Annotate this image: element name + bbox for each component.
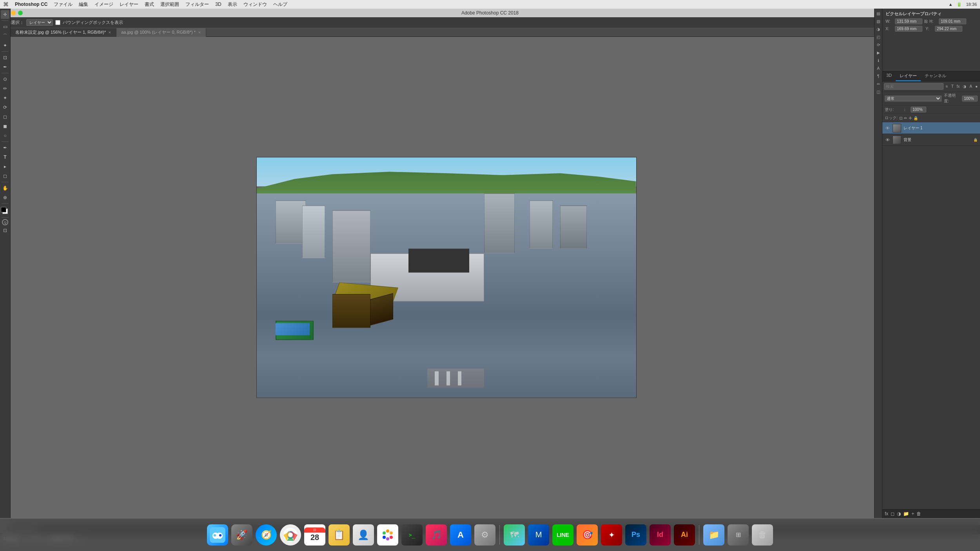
dock-contacts-icon[interactable]: 👤	[352, 524, 375, 546]
menu-edit[interactable]: 編集	[79, 1, 88, 8]
tab-2-close[interactable]: ✕	[198, 31, 201, 34]
dock-maps-icon[interactable]: 🗺	[503, 524, 526, 546]
layer-fx-button[interactable]: fx	[885, 511, 888, 517]
opacity-input[interactable]	[962, 96, 978, 102]
background-layer-visibility-icon[interactable]: 👁	[885, 137, 890, 143]
delete-layer-button[interactable]: 🗑	[916, 511, 921, 517]
marquee-tool[interactable]: ▭	[1, 22, 9, 31]
tab-1-close[interactable]: ✕	[108, 31, 111, 34]
menu-layer[interactable]: レイヤー	[120, 1, 138, 8]
menu-filter[interactable]: フィルター	[185, 1, 209, 8]
dock-rocket-icon[interactable]: 🚀	[230, 524, 253, 546]
dock-safari-icon[interactable]: 🧭	[255, 524, 278, 546]
eyedropper-tool[interactable]: ✒	[1, 63, 9, 71]
lock-transparent-icon[interactable]: ⊡	[899, 116, 902, 120]
hand-tool[interactable]: ✋	[1, 184, 9, 192]
maximize-button[interactable]	[18, 11, 23, 15]
dock-id-icon[interactable]: Id	[649, 524, 671, 546]
dock-line-icon[interactable]: LINE	[552, 524, 574, 546]
quick-mask-btn[interactable]: Q	[2, 219, 8, 225]
move-tool[interactable]: ✛	[1, 10, 9, 19]
history-panel-icon[interactable]: ⟳	[875, 42, 882, 48]
menu-help[interactable]: ヘルプ	[273, 1, 287, 8]
menu-file[interactable]: ファイル	[54, 1, 73, 8]
actions-icon[interactable]: ▶	[875, 49, 882, 56]
filter-attr-icon[interactable]: A	[969, 83, 973, 89]
menu-3d[interactable]: 3D	[215, 2, 221, 7]
dock-ps-icon[interactable]: Ps	[624, 524, 647, 546]
menu-text[interactable]: 書式	[145, 1, 154, 8]
heal-tool[interactable]: ⊙	[1, 75, 9, 83]
x-input[interactable]	[895, 26, 922, 32]
layer-item-background[interactable]: 👁 背景 🔒	[882, 134, 980, 146]
swatches-icon[interactable]: ▨	[875, 18, 882, 24]
dock-syspref-icon[interactable]: ⚙	[474, 524, 496, 546]
adjustments-icon[interactable]: ◑	[875, 26, 882, 32]
link-icon[interactable]: ⛓	[924, 19, 928, 24]
dock-trash-icon[interactable]: 🗑	[751, 524, 774, 546]
dodge-tool[interactable]: ○	[1, 131, 9, 140]
minimize-button[interactable]	[11, 11, 16, 15]
stamp-tool[interactable]: ✦	[1, 94, 9, 102]
blend-mode-dropdown[interactable]: 通常 乗算 スクリーン	[885, 96, 942, 102]
width-input[interactable]	[895, 18, 922, 24]
dock-folder-icon[interactable]: 📁	[702, 524, 725, 546]
dock-terminal-icon[interactable]: >_	[401, 524, 423, 546]
menu-view[interactable]: 表示	[228, 1, 237, 8]
path-select-tool[interactable]: ▸	[1, 162, 9, 171]
menu-image[interactable]: イメージ	[94, 1, 113, 8]
layer-search-input[interactable]	[884, 83, 944, 90]
dock-unknown1-icon[interactable]: M	[527, 524, 550, 546]
tab-3d[interactable]: 3D	[882, 71, 896, 81]
filter-name-icon[interactable]: T	[950, 83, 954, 89]
styles-icon[interactable]: ◰	[875, 34, 882, 40]
dock-finder-icon[interactable]	[206, 524, 229, 546]
zoom-tool[interactable]: ⊕	[1, 193, 9, 202]
menu-window[interactable]: ウィンドウ	[243, 1, 267, 8]
dock-thumbnails-icon[interactable]: ⊞	[727, 524, 750, 546]
tab-document-1[interactable]: 名称未設定.jpg @ 156% (レイヤー 1, RGB/8#)* ✕	[11, 28, 116, 37]
screen-mode-btn[interactable]: ⊡	[1, 226, 9, 235]
menu-select[interactable]: 選択範囲	[160, 1, 179, 8]
wand-tool[interactable]: ✦	[1, 41, 9, 50]
layer-item-1[interactable]: 👁 レイヤー 1	[882, 122, 980, 134]
apple-logo-icon[interactable]: ⌘	[3, 1, 9, 7]
foreground-color-swatch[interactable]	[1, 207, 6, 212]
layer-mask-button[interactable]: ◻	[891, 511, 895, 517]
dock-ai-icon[interactable]: Ai	[673, 524, 696, 546]
bounding-box-checkbox[interactable]	[55, 20, 60, 25]
tab-layers[interactable]: レイヤー	[896, 71, 921, 81]
layer-group-button[interactable]: 📁	[903, 511, 909, 517]
auto-select-dropdown[interactable]: レイヤー グループ	[26, 19, 53, 26]
filter-effect-icon[interactable]: fx	[956, 83, 961, 89]
lock-move-icon[interactable]: ✛	[909, 116, 912, 120]
lock-paint-icon[interactable]: ✏	[904, 116, 907, 120]
filter-kind-icon[interactable]: ≡	[945, 83, 949, 89]
y-input[interactable]	[935, 26, 962, 32]
character-icon[interactable]: A	[875, 65, 882, 71]
shape-tool[interactable]: ◻	[1, 172, 9, 180]
clone-source-icon[interactable]: ◫	[875, 89, 882, 95]
filter-mode-icon[interactable]: ◑	[962, 83, 967, 89]
history-tool[interactable]: ⟳	[1, 103, 9, 112]
properties-panel-icon[interactable]: ▤	[875, 10, 882, 16]
brush-tool[interactable]: ✏	[1, 84, 9, 93]
lasso-tool[interactable]: ⌒	[1, 32, 9, 40]
filter-color-icon[interactable]: ●	[975, 83, 978, 89]
dock-slides-icon[interactable]: 🎯	[576, 524, 599, 546]
gradient-tool[interactable]: ◼	[1, 122, 9, 130]
layer-adjustment-button[interactable]: ◑	[897, 511, 901, 517]
dock-unknown2-icon[interactable]: ✦	[600, 524, 623, 546]
info-icon[interactable]: ℹ	[875, 57, 882, 63]
height-input[interactable]	[939, 18, 966, 24]
layer-1-visibility-icon[interactable]: 👁	[885, 125, 890, 131]
brushes-icon[interactable]: ✏	[875, 81, 882, 87]
dock-photos-icon[interactable]	[376, 524, 399, 546]
tab-channels[interactable]: チャンネル	[921, 71, 950, 81]
dock-music-icon[interactable]: 🎵	[425, 524, 448, 546]
crop-tool[interactable]: ⊡	[1, 53, 9, 62]
dock-notes-icon[interactable]: 📋	[328, 524, 350, 546]
fill-input[interactable]	[911, 107, 926, 112]
pen-tool[interactable]: ✒	[1, 143, 9, 152]
dock-chrome-icon[interactable]	[279, 524, 302, 546]
